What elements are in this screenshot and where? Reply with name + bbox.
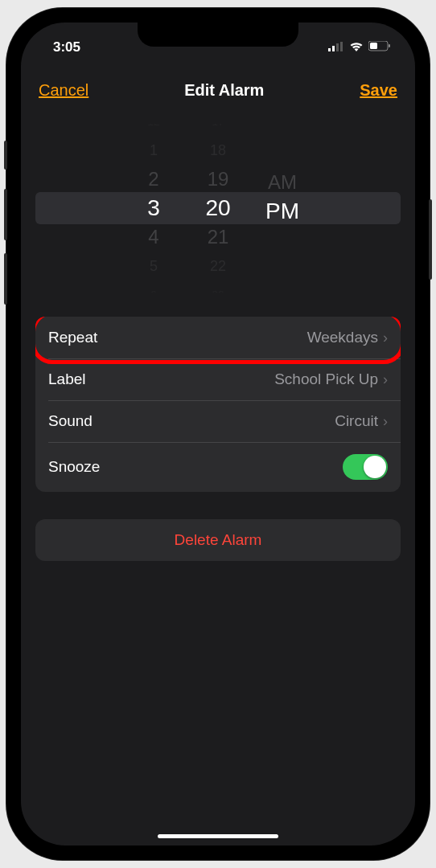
svg-rect-3: [340, 42, 343, 51]
picker-spacer: [265, 226, 299, 248]
cellular-icon: [328, 39, 344, 55]
nav-bar: Cancel Edit Alarm Save: [21, 59, 415, 113]
delete-label: Delete Alarm: [175, 531, 262, 548]
svg-rect-2: [336, 43, 339, 51]
row-repeat[interactable]: Repeat Weekdays ›: [35, 317, 401, 358]
row-value-wrap: Weekdays ›: [307, 329, 388, 346]
picker-option: 6: [137, 280, 171, 293]
svg-rect-5: [370, 43, 377, 49]
picker-option: 12: [137, 124, 171, 136]
chevron-right-icon: ›: [383, 330, 388, 346]
chevron-right-icon: ›: [383, 371, 388, 388]
picker-option: AM: [265, 168, 299, 197]
side-button: [4, 253, 7, 305]
picker-option: 18: [201, 136, 235, 165]
time-picker[interactable]: 12 1 2 3 4 5 6 17 18 19 20 21 22 23 AM: [35, 124, 401, 293]
ampm-picker[interactable]: AM PM: [265, 124, 299, 293]
picker-option: 5: [137, 252, 171, 280]
status-time: 3:05: [53, 39, 80, 55]
toggle-knob: [364, 456, 386, 478]
hour-picker[interactable]: 12 1 2 3 4 5 6: [137, 124, 171, 293]
svg-rect-0: [328, 48, 331, 51]
cancel-button[interactable]: Cancel: [39, 81, 88, 100]
row-value: Circuit: [335, 412, 378, 430]
minute-picker[interactable]: 17 18 19 20 21 22 23: [201, 124, 235, 293]
picker-option: 23: [201, 280, 235, 293]
row-value: Weekdays: [307, 329, 378, 346]
picker-option: 19: [201, 165, 235, 194]
picker-spacer: [265, 270, 299, 293]
picker-option: 21: [201, 223, 235, 252]
notch: [138, 23, 298, 47]
picker-option: 17: [201, 124, 235, 136]
picker-option: 22: [201, 252, 235, 280]
row-sound[interactable]: Sound Circuit ›: [35, 400, 401, 442]
picker-option: 2: [137, 165, 171, 194]
side-button: [4, 141, 7, 170]
svg-rect-6: [389, 44, 390, 47]
picker-spacer: [265, 248, 299, 271]
row-value-wrap: School Pick Up ›: [274, 371, 388, 388]
picker-spacer: [265, 146, 299, 169]
phone-frame: 3:05 Cancel Edit Alarm Save 12: [6, 8, 430, 860]
row-value: School Pick Up: [274, 371, 378, 388]
snooze-toggle[interactable]: [343, 454, 388, 480]
picker-option-selected: PM: [265, 197, 299, 226]
home-indicator[interactable]: [158, 834, 278, 838]
battery-icon: [368, 39, 391, 55]
screen: 3:05 Cancel Edit Alarm Save 12: [21, 23, 415, 845]
save-button[interactable]: Save: [360, 81, 397, 100]
row-label-name[interactable]: Label School Pick Up ›: [35, 358, 401, 400]
row-snooze: Snooze: [35, 442, 401, 492]
chevron-right-icon: ›: [383, 413, 388, 430]
side-button: [429, 199, 432, 280]
status-icons: [328, 39, 391, 55]
side-button: [4, 189, 7, 240]
page-title: Edit Alarm: [184, 81, 264, 100]
row-label: Snooze: [48, 458, 100, 476]
picker-option: 4: [137, 223, 171, 252]
delete-alarm-button[interactable]: Delete Alarm: [35, 519, 401, 561]
picker-option: 1: [137, 136, 171, 165]
picker-option-selected: 20: [201, 194, 235, 223]
row-value-wrap: Circuit ›: [335, 412, 388, 430]
svg-rect-1: [332, 46, 335, 51]
picker-spacer: [265, 124, 299, 146]
row-label: Sound: [48, 412, 93, 430]
picker-option-selected: 3: [137, 194, 171, 223]
row-label: Label: [48, 371, 86, 388]
settings-group: Repeat Weekdays › Label School Pick Up ›…: [35, 317, 401, 492]
wifi-icon: [349, 39, 364, 55]
row-label: Repeat: [48, 329, 97, 346]
